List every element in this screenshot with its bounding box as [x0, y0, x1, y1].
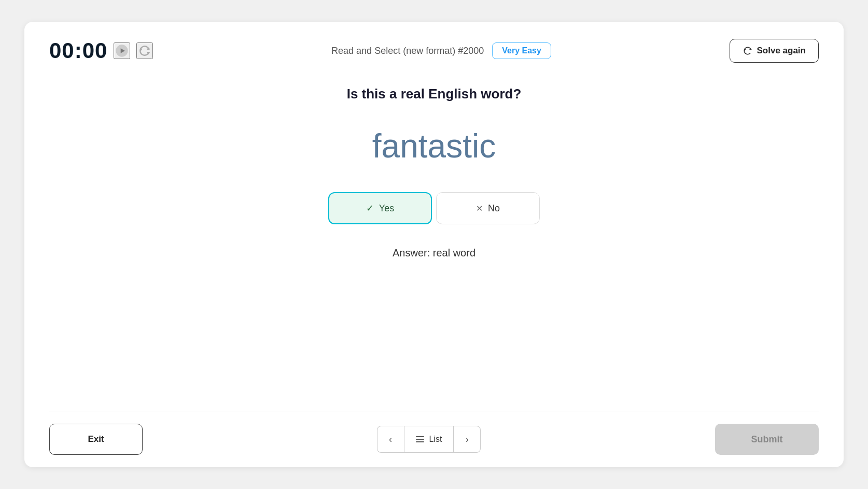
main-card: 00:00 Read and Select (new format) #2000… — [24, 22, 844, 467]
play-icon — [115, 44, 129, 58]
reset-timer-button[interactable] — [136, 42, 153, 59]
timer-section: 00:00 — [49, 38, 153, 63]
problem-title: Read and Select (new format) #2000 — [331, 46, 484, 56]
difficulty-badge[interactable]: Very Easy — [492, 42, 551, 59]
prev-icon: ‹ — [389, 434, 392, 445]
play-button[interactable] — [114, 42, 130, 59]
list-button[interactable]: List — [404, 426, 454, 453]
list-label: List — [429, 435, 442, 444]
yes-button[interactable]: ✓ Yes — [328, 192, 432, 224]
footer: Exit ‹ List › Submit — [24, 411, 844, 467]
answer-buttons: ✓ Yes ✕ No — [328, 192, 540, 224]
timer-display: 00:00 — [49, 38, 107, 63]
x-icon: ✕ — [476, 204, 483, 213]
exit-button[interactable]: Exit — [49, 424, 143, 455]
title-section: Read and Select (new format) #2000 Very … — [331, 42, 551, 59]
no-button[interactable]: ✕ No — [436, 192, 540, 224]
next-icon: › — [466, 434, 469, 445]
refresh-icon — [138, 44, 151, 57]
hamburger-icon — [416, 436, 424, 442]
solve-again-button[interactable]: Solve again — [730, 39, 819, 63]
yes-label: Yes — [379, 203, 394, 214]
prev-button[interactable]: ‹ — [377, 426, 404, 453]
no-label: No — [488, 203, 500, 214]
content-area: Is this a real English word? fantastic ✓… — [24, 76, 844, 411]
nav-section: ‹ List › — [377, 426, 481, 453]
word-display: fantastic — [372, 127, 496, 165]
next-button[interactable]: › — [454, 426, 481, 453]
question-text: Is this a real English word? — [347, 86, 522, 102]
submit-button[interactable]: Submit — [715, 424, 819, 455]
refresh-solve-icon — [743, 46, 753, 56]
answer-text: Answer: real word — [393, 247, 475, 259]
header: 00:00 Read and Select (new format) #2000… — [24, 22, 844, 76]
check-icon: ✓ — [366, 203, 374, 214]
solve-again-label: Solve again — [757, 46, 806, 56]
